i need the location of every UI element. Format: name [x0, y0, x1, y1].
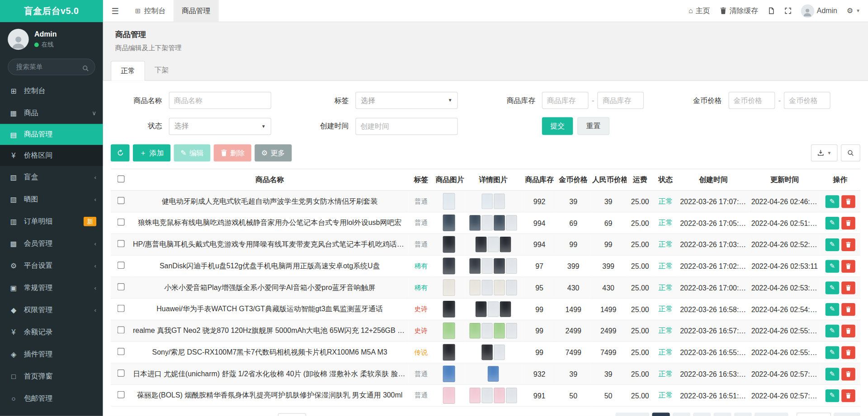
detail-image-thumb[interactable] — [500, 237, 511, 252]
row-edit-button[interactable]: ✎ — [825, 324, 839, 337]
row-checkbox[interactable] — [117, 283, 124, 290]
search-toggle-button[interactable] — [841, 145, 860, 162]
detail-image-thumb[interactable] — [469, 258, 480, 274]
sidebar-item-general[interactable]: ▣ 常规管理 ‹ — [0, 276, 103, 299]
product-image-thumb[interactable] — [443, 344, 455, 361]
settings-menu[interactable]: ⚙ ▼ — [847, 7, 860, 15]
sidebar-item-photos[interactable]: ▨ 晒图 ‹ — [0, 188, 103, 210]
prev-page-button[interactable]: 上一页 — [616, 412, 650, 416]
product-image-thumb[interactable] — [443, 301, 455, 318]
clear-cache-button[interactable]: 清除缓存 — [719, 6, 758, 16]
delete-button-disabled[interactable]: 删除 — [214, 145, 251, 162]
detail-image-thumb[interactable] — [494, 258, 505, 274]
detail-image-thumb[interactable] — [481, 194, 492, 209]
product-image-thumb[interactable] — [443, 215, 455, 231]
row-delete-button[interactable] — [841, 324, 855, 337]
row-delete-button[interactable] — [841, 260, 855, 272]
home-link[interactable]: ⌂ 主页 — [689, 6, 710, 16]
row-checkbox[interactable] — [117, 326, 124, 333]
detail-image-thumb[interactable] — [488, 366, 499, 382]
row-edit-button[interactable]: ✎ — [825, 368, 839, 380]
reset-button[interactable]: 重置 — [577, 117, 609, 135]
sidebar-item-dashboard[interactable]: ⊞ 控制台 — [0, 79, 103, 102]
row-checkbox[interactable] — [117, 348, 124, 355]
tab-offshelf[interactable]: 下架 — [145, 61, 178, 80]
sidebar-item-home-popup[interactable]: □ 首页弹窗 — [0, 365, 103, 387]
detail-image-thumb[interactable] — [481, 323, 492, 338]
sidebar-item-product-manage[interactable]: ▤ 商品管理 — [0, 124, 103, 145]
product-image-thumb[interactable] — [443, 258, 455, 275]
page-button-3[interactable]: 3 — [693, 412, 711, 416]
sidebar-item-balance-log[interactable]: ¥ 余额记录 — [0, 321, 103, 343]
detail-image-thumb[interactable] — [469, 215, 480, 230]
row-checkbox[interactable] — [117, 369, 124, 377]
detail-image-thumb[interactable] — [506, 258, 517, 274]
detail-image-thumb[interactable] — [506, 215, 517, 230]
hamburger-menu-icon[interactable]: ☰ — [103, 0, 127, 22]
detail-image-thumb[interactable] — [488, 301, 499, 317]
gold-max-input[interactable] — [784, 92, 830, 109]
row-delete-button[interactable] — [841, 368, 855, 380]
detail-image-thumb[interactable] — [476, 237, 486, 252]
product-image-thumb[interactable] — [443, 323, 455, 339]
col-created[interactable]: 创建时间 — [678, 169, 749, 191]
sidebar-item-fake-data[interactable]: ◎ 盲盒假数据 — [0, 409, 103, 416]
add-button[interactable]: ＋ 添加 — [133, 145, 170, 162]
row-checkbox[interactable] — [117, 240, 124, 247]
detail-image-thumb[interactable] — [500, 301, 511, 317]
sidebar-item-product[interactable]: ▦ 商品 ∨ — [0, 102, 103, 124]
row-delete-button[interactable] — [841, 238, 855, 251]
row-checkbox[interactable] — [117, 219, 124, 226]
detail-image-thumb[interactable] — [481, 345, 492, 360]
sidebar-item-plugins[interactable]: ◈ 插件管理 — [0, 343, 103, 365]
col-rmb-price[interactable]: 人民币价格 — [590, 169, 627, 191]
row-checkbox[interactable] — [117, 262, 124, 269]
product-name-input[interactable] — [169, 92, 271, 109]
gold-min-input[interactable] — [728, 92, 775, 109]
topbar-tab-dashboard[interactable]: ⊞ 控制台 — [127, 0, 174, 22]
detail-image-thumb[interactable] — [506, 323, 517, 338]
row-edit-button[interactable]: ✎ — [825, 260, 839, 272]
brand[interactable]: 盲盒后台v5.0 — [0, 0, 103, 22]
col-product-image[interactable]: 商品图片 — [433, 169, 464, 191]
col-status[interactable]: 状态 — [653, 169, 678, 191]
product-image-thumb[interactable] — [443, 387, 455, 404]
page-button-1[interactable]: 1 — [652, 412, 670, 416]
col-name[interactable]: 商品名称 — [131, 169, 409, 191]
topbar-tab-product-manage[interactable]: 商品管理 — [174, 0, 219, 22]
page-button-4[interactable]: 4 — [713, 412, 731, 416]
detail-image-thumb[interactable] — [494, 280, 505, 295]
row-checkbox[interactable] — [117, 305, 124, 312]
detail-image-thumb[interactable] — [481, 258, 492, 274]
page-button-2[interactable]: 2 — [673, 412, 690, 416]
detail-image-thumb[interactable] — [494, 215, 505, 230]
tag-select[interactable]: 选择 ▼ — [355, 92, 458, 109]
more-button[interactable]: ⚙ 更多 — [255, 145, 292, 162]
row-delete-button[interactable] — [841, 346, 855, 359]
select-all-checkbox[interactable] — [117, 175, 124, 182]
submit-button[interactable]: 提交 — [542, 117, 573, 135]
sidebar-item-blindbox[interactable]: ▧ 盲盒 ‹ — [0, 166, 103, 188]
detail-image-thumb[interactable] — [506, 280, 517, 295]
col-updated[interactable]: 更新时间 — [749, 169, 820, 191]
detail-image-thumb[interactable] — [469, 280, 480, 295]
page-size-select[interactable]: 10 ▼ — [278, 413, 306, 416]
sidebar-item-permissions[interactable]: ◆ 权限管理 ‹ — [0, 299, 103, 321]
page-button-5[interactable]: 5 — [734, 412, 752, 416]
status-select[interactable]: 选择 ▼ — [169, 117, 271, 135]
detail-image-thumb[interactable] — [494, 323, 505, 338]
refresh-button[interactable] — [111, 145, 130, 162]
document-button[interactable] — [768, 7, 775, 14]
row-edit-button[interactable]: ✎ — [825, 389, 839, 402]
row-delete-button[interactable] — [841, 281, 855, 294]
stock-max-input[interactable] — [598, 92, 644, 109]
detail-image-thumb[interactable] — [494, 345, 505, 360]
edit-button-disabled[interactable]: ✎ 编辑 — [174, 145, 210, 162]
row-delete-button[interactable] — [841, 216, 855, 229]
sidebar-item-orders[interactable]: ▥ 订单明细 新 — [0, 210, 103, 232]
search-icon[interactable] — [82, 63, 89, 73]
row-edit-button[interactable]: ✎ — [825, 303, 839, 315]
detail-image-thumb[interactable] — [481, 215, 492, 230]
row-edit-button[interactable]: ✎ — [825, 281, 839, 294]
detail-image-thumb[interactable] — [494, 388, 505, 403]
